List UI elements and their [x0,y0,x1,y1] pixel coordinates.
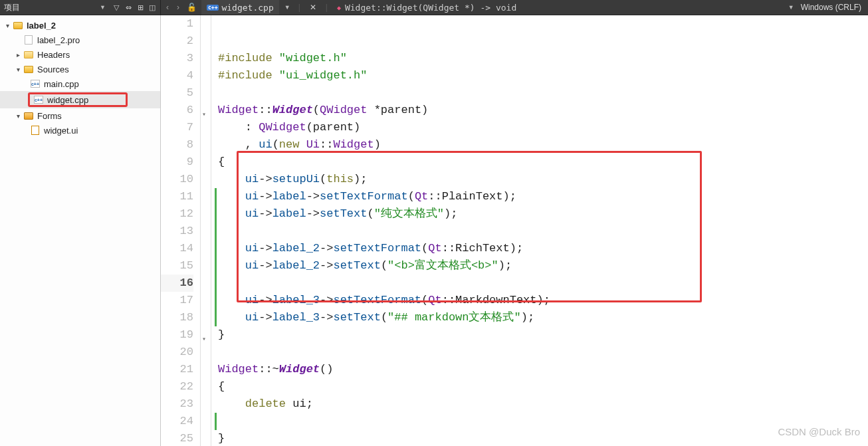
code-line[interactable]: Widget::~Widget() [218,361,868,378]
ui-file-icon [29,125,41,136]
chevron-down-icon[interactable]: ▾ [3,22,12,29]
tree-sources-label: Sources [36,64,69,74]
code-line[interactable]: : QWidget(parent) [218,119,868,136]
tree-forms[interactable]: ▾ Forms [0,108,160,123]
folder-icon [23,110,35,121]
tree-forms-label: Forms [36,111,62,121]
code-line[interactable] [218,344,868,361]
line-number: 1 [161,15,193,33]
nav-forward-icon[interactable]: › [174,3,182,12]
line-number: 5 [161,84,193,102]
code-line[interactable]: delete ui; [218,395,868,413]
file-dropdown-icon[interactable]: ▼ [282,4,293,11]
tree-pro-label: label_2.pro [36,35,80,45]
cpp-file-icon: c++ [33,94,45,105]
line-number: 2 [161,33,193,50]
tree-main-cpp[interactable]: c++ main.cpp [0,76,160,91]
line-number: 4 [161,67,193,84]
project-label: 项目 [4,2,94,13]
cpp-badge-icon: c++ [207,5,219,11]
line-number: 7 [161,119,193,136]
line-number: 10 [161,171,193,188]
folder-icon [23,64,35,74]
line-number: 11 [161,188,193,205]
symbol-breadcrumb[interactable]: ◆ Widget::Widget(QWidget *) -> void [333,3,516,13]
code-line[interactable]: #include "ui_widget.h" [218,67,868,84]
code-line[interactable] [218,413,868,430]
fold-icon[interactable]: ▾ [202,106,206,124]
tree-main-label: main.cpp [43,79,79,89]
tree-headers[interactable]: ▸ Headers [0,47,160,62]
annotation-box: c++ widget.cpp [28,92,128,107]
fold-icon[interactable]: ▾ [202,331,206,348]
close-file-icon[interactable]: ✕ [306,3,320,12]
project-pane-header: 项目 ▼ ▽ ⇔ ⊞ ◫ [0,0,161,15]
symbol-dropdown-icon[interactable]: ▼ [786,4,797,11]
code-line[interactable]: } [218,430,868,446]
code-line[interactable]: , ui(new Ui::Widget) [218,136,868,154]
breadcrumb-text: Widget::Widget(QWidget *) -> void [345,3,516,13]
line-number: 8 [161,136,193,154]
line-number: 14 [161,240,193,257]
modification-marker [215,223,217,240]
main-area: ▾ label_2 label_2.pro ▸ Headers ▾ Source… [0,15,868,446]
separator: | [296,3,303,12]
modification-marker [215,257,217,275]
chevron-down-icon[interactable]: ▾ [13,112,23,120]
code-line[interactable]: ui->label_3->setTextFormat(Qt::MarkdownT… [218,292,868,309]
project-tree[interactable]: ▾ label_2 label_2.pro ▸ Headers ▾ Source… [0,15,161,446]
code-line[interactable]: ui->setupUi(this); [218,171,868,188]
line-ending-label[interactable]: Windows (CRLF) [801,3,861,12]
line-number: 6 [161,102,193,119]
tree-widget-ui[interactable]: widget.ui [0,123,160,138]
code-line[interactable]: { [218,378,868,395]
filter-icon[interactable]: ▽ [111,2,122,13]
file-tab[interactable]: c++ widget.cpp [201,0,279,15]
line-number: 22 [161,378,193,395]
modification-marker [215,240,217,257]
nav-back-icon[interactable]: ‹ [163,3,171,12]
line-number: 25 [161,430,193,446]
chevron-right-icon[interactable]: ▸ [13,51,23,58]
line-number-gutter: 1234567891011121314151617181920212223242… [161,15,201,446]
code-line[interactable]: ui->label_3->setText("## markdown文本格式"); [218,309,868,326]
code-line[interactable] [218,223,868,240]
code-line[interactable]: } [218,326,868,344]
chevron-down-icon[interactable]: ▾ [13,66,23,73]
editor-tab-bar: ‹ › 🔓 c++ widget.cpp ▼ | ✕ | ◆ Widget::W… [161,0,786,15]
code-line[interactable]: ui->label_2->setText("<b>富文本格式<b>"); [218,257,868,275]
code-line[interactable]: ui->label_2->setTextFormat(Qt::RichText)… [218,240,868,257]
tree-root[interactable]: ▾ label_2 [0,18,160,33]
tree-widget-cpp[interactable]: c++ widget.cpp [0,91,160,108]
tree-sources[interactable]: ▾ Sources [0,62,160,76]
folder-icon [23,49,35,60]
project-icon [12,20,24,31]
code-area[interactable]: #include "widget.h"#include "ui_widget.h… [211,15,868,446]
fold-column: ▾▾ [201,15,211,446]
diamond-icon: ◆ [337,4,341,11]
link-icon[interactable]: ⇔ [123,2,134,13]
modification-marker [215,309,217,326]
code-line[interactable]: ui->label->setTextFormat(Qt::PlainText); [218,188,868,205]
lock-icon[interactable]: 🔓 [185,3,199,12]
tree-headers-label: Headers [36,50,70,60]
toolbar-right: ▼ Windows (CRLF) [786,3,868,12]
code-line[interactable]: #include "widget.h" [218,50,868,67]
code-line[interactable]: ui->label->setText("纯文本格式"); [218,205,868,223]
project-dropdown-icon[interactable]: ▼ [97,4,108,11]
line-number: 19 [161,326,193,344]
modification-marker [215,413,217,430]
code-line[interactable] [218,84,868,102]
code-line[interactable] [218,275,868,292]
pro-file-icon [23,35,35,45]
line-number: 9 [161,154,193,171]
add-icon[interactable]: ⊞ [135,2,146,13]
tree-pro-file[interactable]: label_2.pro [0,33,160,47]
modification-marker [215,205,217,223]
code-line[interactable]: { [218,154,868,171]
code-editor[interactable]: 1234567891011121314151617181920212223242… [161,15,868,446]
tree-widget-cpp-label: widget.cpp [46,95,88,105]
cpp-file-icon: c++ [29,78,41,89]
code-line[interactable]: Widget::Widget(QWidget *parent) [218,102,868,119]
split-icon[interactable]: ◫ [147,2,158,13]
